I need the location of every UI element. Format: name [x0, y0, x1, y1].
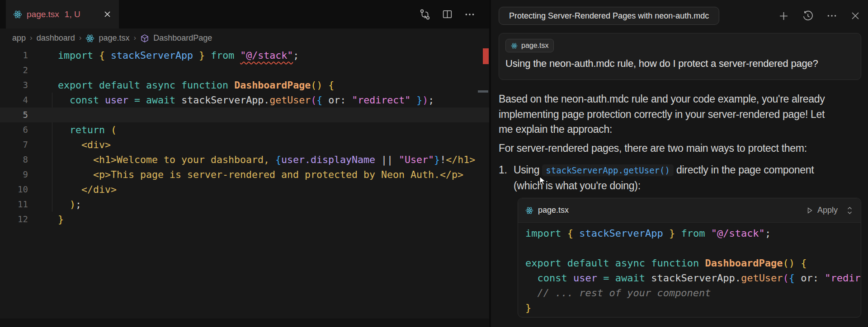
- code-block-content[interactable]: import { stackServerApp } from "@/stack"…: [518, 223, 861, 315]
- inline-code[interactable]: stackServerApp.getUser(): [542, 164, 674, 176]
- breadcrumb-app[interactable]: app: [12, 33, 26, 43]
- line-number: 11: [0, 197, 28, 212]
- apply-label: Apply: [817, 206, 838, 215]
- code-line: 12}: [0, 212, 489, 227]
- code-block-filename: page.tsx: [538, 206, 569, 215]
- react-icon: [525, 206, 533, 215]
- code-line: const user = await stackServerApp.getUse…: [525, 271, 861, 285]
- code-line: 4 const user = await stackServerApp.getU…: [0, 93, 489, 107]
- more-actions-icon[interactable]: [464, 9, 476, 20]
- overview-ruler-error-marker: [483, 48, 489, 64]
- code-line: import { stackServerApp } from "@/stack"…: [525, 226, 861, 241]
- list-number: 1.: [499, 163, 514, 193]
- editor-actions: [419, 0, 476, 28]
- editor-bottom-strip: [0, 318, 489, 327]
- line-number: 9: [0, 167, 28, 182]
- code-line: 6 return (: [0, 122, 489, 137]
- breadcrumb-file[interactable]: page.tsx: [99, 33, 129, 43]
- expand-collapse-icon[interactable]: [846, 206, 854, 215]
- code-line: 1import { stackServerApp } from "@/stack…: [0, 48, 489, 63]
- line-number: 1: [0, 48, 28, 63]
- chevron-right-icon: ›: [134, 33, 137, 42]
- code-line: }: [525, 300, 861, 315]
- history-icon[interactable]: [802, 10, 814, 22]
- line-number: 8: [0, 152, 28, 167]
- line-number: 2: [0, 63, 28, 78]
- code-line: // ... rest of your component: [525, 285, 861, 300]
- code-line: 8 <h1>Welcome to your dashboard, {user.d…: [0, 152, 489, 167]
- line-number: 3: [0, 78, 28, 93]
- code-line: [525, 241, 861, 256]
- compare-changes-icon[interactable]: [419, 9, 431, 20]
- overview-ruler-cursor-marker: [478, 90, 488, 93]
- file-chip-label: page.tsx: [521, 42, 548, 50]
- react-icon: [511, 42, 518, 49]
- line-number: 12: [0, 212, 28, 227]
- close-icon[interactable]: [850, 10, 861, 21]
- react-icon: [13, 10, 22, 19]
- user-message: page.tsx Using the neon-auth.mdc rule, h…: [499, 33, 861, 80]
- breadcrumb-symbol[interactable]: DashboardPage: [153, 33, 212, 43]
- tab-modified-badge: 1, U: [65, 9, 80, 19]
- code-block-header: page.tsx Apply: [518, 198, 861, 223]
- new-chat-icon[interactable]: [778, 10, 790, 22]
- breadcrumb: app › dashboard › page.tsx › DashboardPa…: [0, 28, 489, 48]
- tab-label: page.tsx: [27, 9, 59, 19]
- code-line: 9 <p>This page is server-rendered and pr…: [0, 167, 489, 182]
- list-body: Using stackServerApp.getUser() directly …: [514, 163, 832, 193]
- split-editor-icon[interactable]: [442, 9, 453, 20]
- code-line: 11 );: [0, 197, 489, 212]
- more-icon[interactable]: [826, 10, 838, 22]
- mouse-cursor: [539, 176, 548, 188]
- tab-close-icon[interactable]: [103, 10, 112, 19]
- symbol-class-icon: [140, 34, 149, 43]
- breadcrumb-dashboard[interactable]: dashboard: [37, 33, 75, 43]
- code-line: 5: [0, 107, 489, 122]
- chat-panel: Protecting Server-Rendered Pages with ne…: [491, 0, 868, 327]
- code-editor[interactable]: 1import { stackServerApp } from "@/stack…: [0, 48, 489, 227]
- line-number: 7: [0, 137, 28, 152]
- chat-header-actions: [778, 7, 861, 25]
- code-line: 3export default async function Dashboard…: [0, 78, 489, 93]
- code-line: export default async function DashboardP…: [525, 256, 861, 271]
- code-line: 2: [0, 63, 489, 78]
- assistant-list-item: 1. Using stackServerApp.getUser() direct…: [499, 163, 834, 193]
- editor-tab-bar: page.tsx 1, U: [0, 0, 489, 28]
- line-number: 5: [0, 107, 28, 122]
- chevron-right-icon: ›: [30, 33, 33, 42]
- chevron-right-icon: ›: [79, 33, 82, 42]
- line-number: 6: [0, 122, 28, 137]
- file-chip[interactable]: page.tsx: [505, 39, 554, 52]
- editor-pane: page.tsx 1, U: [0, 0, 489, 327]
- assistant-paragraph: For server-rendered pages, there are two…: [499, 141, 834, 156]
- tab-page-tsx[interactable]: page.tsx 1, U: [6, 0, 119, 28]
- line-number: 10: [0, 182, 28, 197]
- chat-code-block: page.tsx Apply import { stackServerApp }…: [518, 198, 861, 318]
- app-window: page.tsx 1, U: [0, 0, 868, 327]
- apply-button[interactable]: Apply: [806, 206, 854, 215]
- line-number: 4: [0, 93, 28, 107]
- chat-title[interactable]: Protecting Server-Rendered Pages with ne…: [499, 7, 719, 25]
- assistant-paragraph: Based on the neon-auth.mdc rule and your…: [499, 92, 834, 137]
- play-icon: [806, 207, 813, 214]
- code-line: 7 <div>: [0, 137, 489, 152]
- react-icon: [85, 34, 94, 43]
- code-line: 10 </div>: [0, 182, 489, 197]
- user-question: Using the neon-auth.mdc rule, how do I p…: [505, 58, 854, 70]
